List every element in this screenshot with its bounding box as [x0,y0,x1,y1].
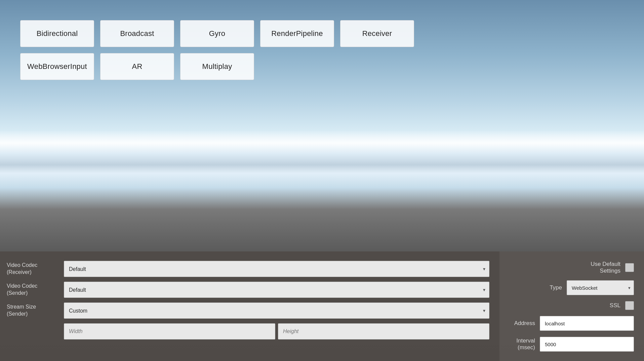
stream-size-sender-select-wrapper: Custom 1280x720 1920x1080 3840x2160 [64,303,489,319]
video-codec-receiver-select-wrapper: Default H264 H265 VP8 VP9 [64,261,489,277]
width-input[interactable] [64,323,275,339]
stream-size-sender-label: Stream Size(Sender) [0,304,64,318]
ssl-label: SSL [610,302,620,309]
use-default-settings-label: Use DefaultSettings [591,261,620,274]
address-label: Address [514,320,535,327]
bidirectional-button[interactable]: Bidirectional [20,20,94,47]
type-select[interactable]: WebSocket SIO Furioos [567,280,634,295]
video-codec-receiver-control: Default H264 H265 VP8 VP9 [64,261,489,277]
video-codec-receiver-row: Video Codec(Receiver) Default H264 H265 … [0,261,499,277]
video-codec-sender-label: Video Codec(Sender) [0,283,64,297]
interval-input[interactable] [540,337,634,352]
multiplay-button[interactable]: Multiplay [180,53,254,80]
scene-buttons-area: Bidirectional Broadcast Gyro RenderPipel… [20,20,414,80]
buttons-row-1: Bidirectional Broadcast Gyro RenderPipel… [20,20,414,47]
video-codec-sender-select-wrapper: Default H264 H265 VP8 VP9 [64,282,489,298]
ssl-row: SSL [506,301,634,310]
video-codec-receiver-label: Video Codec(Receiver) [0,262,64,276]
receiver-button[interactable]: Receiver [340,20,414,47]
webbrowserinput-button[interactable]: WebBrowserInput [20,53,94,80]
use-default-settings-row: Use DefaultSettings [506,261,634,274]
size-inputs-control [64,323,489,339]
left-settings-panel: Video Codec(Receiver) Default H264 H265 … [0,251,499,361]
broadcast-button[interactable]: Broadcast [100,20,174,47]
bottom-panel: Video Codec(Receiver) Default H264 H265 … [0,251,644,361]
renderpipeline-button[interactable]: RenderPipeline [260,20,334,47]
stream-size-sender-row: Stream Size(Sender) Custom 1280x720 1920… [0,303,499,319]
address-input[interactable] [540,316,634,331]
type-label: Type [550,284,562,291]
address-row: Address [506,316,634,331]
type-row: Type WebSocket SIO Furioos [506,280,634,295]
ar-button[interactable]: AR [100,53,174,80]
video-codec-sender-control: Default H264 H265 VP8 VP9 [64,282,489,298]
video-codec-sender-select[interactable]: Default H264 H265 VP8 VP9 [64,282,489,298]
stream-size-sender-select[interactable]: Custom 1280x720 1920x1080 3840x2160 [64,303,489,319]
interval-label: Interval(msec) [516,337,535,351]
width-height-inputs [64,323,489,339]
background-horizon [0,130,644,173]
video-codec-receiver-select[interactable]: Default H264 H265 VP8 VP9 [64,261,489,277]
interval-row: Interval(msec) [506,337,634,352]
stream-size-sender-control: Custom 1280x720 1920x1080 3840x2160 [64,303,489,319]
height-input[interactable] [278,323,489,339]
ssl-checkbox[interactable] [625,301,634,310]
use-default-settings-checkbox[interactable] [625,263,634,272]
gyro-button[interactable]: Gyro [180,20,254,47]
video-codec-sender-row: Video Codec(Sender) Default H264 H265 VP… [0,282,499,298]
right-settings-panel: Use DefaultSettings Type WebSocket SIO F… [499,251,644,361]
type-select-wrapper: WebSocket SIO Furioos [567,280,634,295]
buttons-row-2: WebBrowserInput AR Multiplay [20,53,414,80]
size-inputs-row [0,323,499,339]
